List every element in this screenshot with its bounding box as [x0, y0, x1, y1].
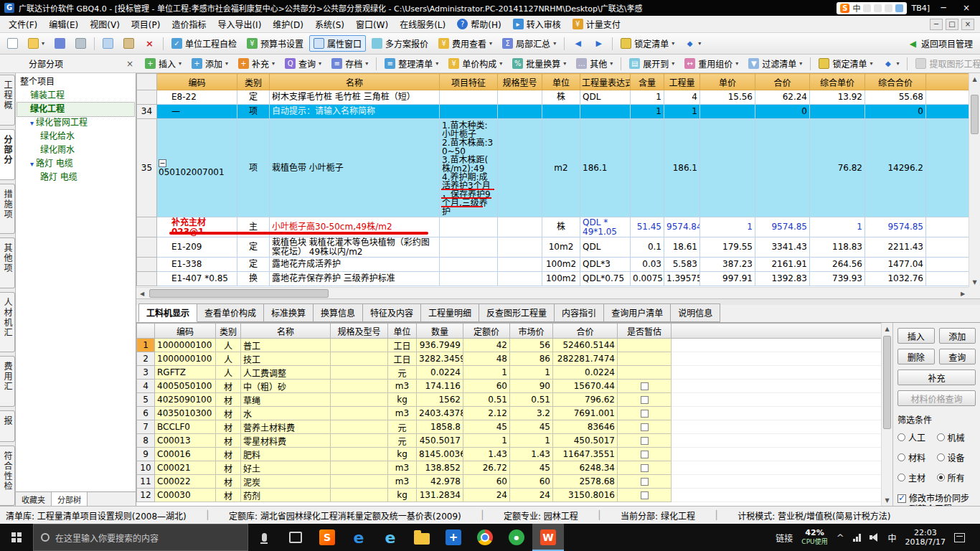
cell-spec[interactable]	[498, 90, 542, 105]
estimate-checkbox-icon[interactable]	[641, 491, 649, 499]
action-center-icon[interactable]	[954, 533, 965, 542]
resource-row-1[interactable]: 21000000100人技工工日3282.34594886282281.7474	[137, 352, 882, 366]
column-header-8[interactable]: 工程量	[664, 74, 700, 90]
resource-row-10[interactable]: 11C00022材泥炭m342.97860602578.68	[137, 475, 882, 489]
cell-market-price[interactable]: 0.51	[510, 393, 553, 407]
cell-name[interactable]: 树木支撑毛竹桩 毛竹桩 三角桩（短）	[270, 90, 440, 105]
scroll-up-icon[interactable]: ▲	[969, 73, 980, 85]
menu-item-0[interactable]: 文件(F)	[3, 16, 43, 32]
cell-spec[interactable]	[498, 119, 542, 217]
cell-quota[interactable]: 0.1	[631, 237, 664, 258]
cell-unit[interactable]: m3	[388, 475, 417, 489]
property-window-button[interactable]: 属性窗口	[309, 35, 366, 52]
minimize-button[interactable]: ─	[934, 3, 953, 13]
cell-code[interactable]: RGFTZ	[155, 366, 216, 380]
start-button[interactable]	[0, 524, 33, 551]
cell-comp-total[interactable]: 14296.2	[865, 119, 926, 217]
insert-button[interactable]: +插入▾	[141, 55, 186, 72]
resource-row-7[interactable]: 8C00013材零星材料费元450.501711450.5017	[137, 434, 882, 448]
close-button[interactable]: ×	[957, 3, 976, 13]
cell-base-price[interactable]: 48	[463, 352, 510, 366]
cell-qty[interactable]: 1.39575	[664, 272, 700, 286]
cell-price[interactable]: 179.55	[700, 237, 755, 258]
cell-qty[interactable]: 131.2834	[417, 489, 463, 502]
cell-quota[interactable]: 0.03	[631, 258, 664, 272]
tree-node-4[interactable]: 绿化给水	[17, 130, 134, 143]
cell-spec[interactable]	[331, 475, 388, 489]
cell-type[interactable]: 材	[216, 420, 241, 434]
resource-row-5[interactable]: 64035010300材水m32403.43782.123.27691.001	[137, 407, 882, 420]
estimate-checkbox-icon[interactable]	[641, 423, 649, 431]
open-folder-button[interactable]: ▾	[24, 36, 49, 51]
cell-name[interactable]: 药剂	[241, 489, 331, 502]
cell-unit[interactable]: 100m2	[542, 272, 580, 286]
estimate-checkbox-icon[interactable]	[641, 382, 649, 390]
cell-type[interactable]: 材	[216, 393, 241, 407]
cell-name[interactable]: 露地花卉成活养护	[270, 258, 440, 272]
filter-radio-5[interactable]: 所有	[937, 471, 976, 484]
fill-color-button[interactable]: ◆▾	[680, 36, 705, 51]
panel-tab-fbfx[interactable]: 分部分项 ×	[19, 57, 139, 70]
menu-item-5[interactable]: 导入导出(I)	[212, 16, 267, 32]
column-header-3[interactable]: 项目特征	[440, 74, 498, 90]
mdi-restore-icon[interactable]: □	[946, 19, 958, 30]
column-header-4[interactable]: 单位	[388, 324, 417, 339]
supplement-button[interactable]: 补充	[897, 369, 976, 385]
scroll-left-icon[interactable]: ◀	[136, 288, 148, 299]
fee-view-button[interactable]: ¥费用查看▾	[434, 35, 496, 52]
cell-comp-price[interactable]: 76.82	[810, 119, 865, 217]
ime-language-indicator[interactable]: 中	[888, 532, 897, 544]
cell-name[interactable]: 自动提示：请输入名称简称	[270, 105, 440, 119]
menu-item-1[interactable]: 编辑(E)	[43, 16, 84, 32]
detail-tab-6[interactable]: 反查图形工程量	[479, 303, 555, 322]
cell-qty[interactable]: 9574.845	[664, 217, 700, 237]
cell-total[interactable]: 2161.91	[755, 258, 810, 272]
column-header-6[interactable]: 工程量表达式	[580, 74, 631, 90]
cell-code[interactable]: 4005050100	[155, 380, 216, 393]
menu-item-7[interactable]: 系统(S)	[309, 16, 350, 32]
cell-total[interactable]: 15670.44	[553, 380, 618, 393]
cell-name[interactable]: 泥炭	[241, 475, 331, 489]
tree-node-6[interactable]: ▾路灯 电缆	[17, 157, 134, 171]
estimate-flag-cell[interactable]	[618, 352, 672, 366]
expand-to-button[interactable]: ▤展开到▾	[625, 55, 679, 72]
cell-name[interactable]: 栽植色块 栽植花灌木等色块植物（彩约图案花坛） 49株以内/m2	[270, 237, 440, 258]
batch-convert-button[interactable]: %批量换算▾	[508, 55, 570, 72]
nav-prev-button[interactable]: ◀	[568, 36, 588, 51]
cell-base-price[interactable]: 24	[463, 489, 510, 502]
cell-spec[interactable]	[331, 339, 388, 352]
cell-feature[interactable]: 1.苗木种类: 小叶栀子 2.苗木株高:3 0~50 3.苗木株距( 株/m2)…	[440, 119, 498, 217]
cell-type[interactable]: 材	[216, 407, 241, 420]
detail-tab-9[interactable]: 说明信息	[671, 303, 720, 322]
cell-spec[interactable]	[331, 366, 388, 380]
links-toolbar[interactable]: 链接	[776, 532, 793, 544]
ime-emoji-icon[interactable]	[863, 4, 871, 12]
cell-market-price[interactable]: 45	[510, 461, 553, 475]
budget-settings-button[interactable]: ¥预算书设置	[242, 35, 308, 52]
paste-button[interactable]	[119, 36, 138, 51]
cell-unit[interactable]: m3	[388, 380, 417, 393]
estimate-flag-cell[interactable]	[618, 448, 672, 461]
cell-expr[interactable]: 186.1	[580, 119, 631, 217]
cell-qty[interactable]: 4	[664, 90, 700, 105]
ime-toolbox-icon[interactable]	[895, 4, 903, 12]
tree-node-5[interactable]: 绿化雨水	[17, 143, 134, 157]
ime-mode-indicator[interactable]: 中	[852, 2, 860, 14]
cell-name[interactable]: 好土	[241, 461, 331, 475]
cell-unit[interactable]: 100m2	[542, 258, 580, 272]
back-button[interactable]: ◀返回项目管理	[903, 35, 977, 52]
cell-total[interactable]: 450.5017	[553, 434, 618, 448]
cell-qty[interactable]: 18.61	[664, 237, 700, 258]
cell-code[interactable]: E1-209	[157, 237, 237, 258]
cell-unit[interactable]: 10m2	[542, 237, 580, 258]
cell-type[interactable]: 换	[237, 272, 270, 286]
cell-comp-total[interactable]: 2211.43	[865, 237, 926, 258]
lock-button[interactable]: 锁定清单▾	[814, 55, 877, 72]
taskbar-clock[interactable]: 22:03 2018/7/17	[905, 528, 946, 547]
cell-type[interactable]: 项	[237, 119, 270, 217]
tree-node-1[interactable]: 铺装工程	[17, 89, 134, 103]
cell-unit[interactable]: 工日	[388, 339, 417, 352]
resource-row-0[interactable]: 11000000100人普工工日936.7949425652460.5144	[137, 339, 882, 352]
cell-market-price[interactable]: 56	[510, 339, 553, 352]
taskbar-search-input[interactable]: 在这里输入你要搜索的内容	[33, 524, 248, 551]
